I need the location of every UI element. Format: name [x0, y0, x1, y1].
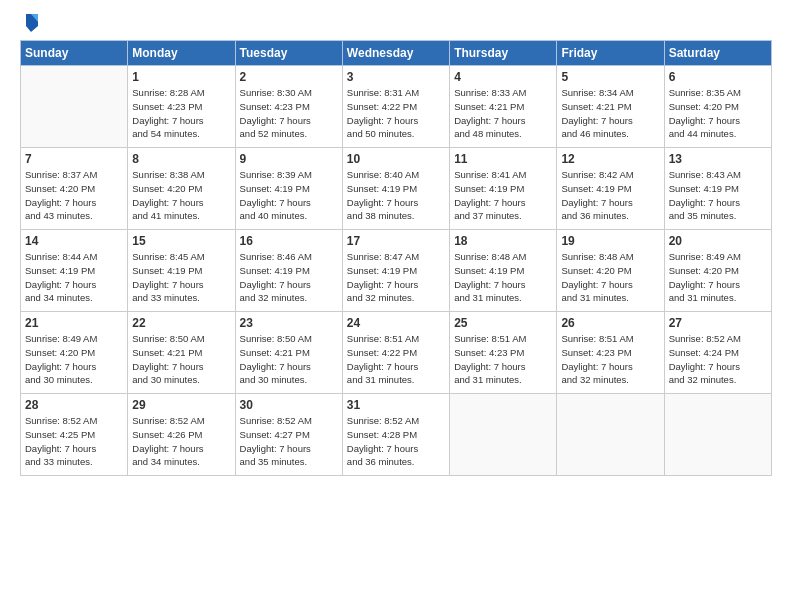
day-number: 10 — [347, 152, 445, 166]
day-number: 31 — [347, 398, 445, 412]
weekday-tuesday: Tuesday — [235, 41, 342, 66]
calendar-cell: 20Sunrise: 8:49 AMSunset: 4:20 PMDayligh… — [664, 230, 771, 312]
day-number: 11 — [454, 152, 552, 166]
cell-info: Sunrise: 8:50 AMSunset: 4:21 PMDaylight:… — [240, 332, 338, 387]
day-number: 2 — [240, 70, 338, 84]
calendar-week-3: 14Sunrise: 8:44 AMSunset: 4:19 PMDayligh… — [21, 230, 772, 312]
calendar-table: SundayMondayTuesdayWednesdayThursdayFrid… — [20, 40, 772, 476]
day-number: 4 — [454, 70, 552, 84]
calendar-cell — [664, 394, 771, 476]
calendar-cell: 24Sunrise: 8:51 AMSunset: 4:22 PMDayligh… — [342, 312, 449, 394]
calendar-cell: 28Sunrise: 8:52 AMSunset: 4:25 PMDayligh… — [21, 394, 128, 476]
cell-info: Sunrise: 8:51 AMSunset: 4:22 PMDaylight:… — [347, 332, 445, 387]
cell-info: Sunrise: 8:43 AMSunset: 4:19 PMDaylight:… — [669, 168, 767, 223]
calendar-cell: 18Sunrise: 8:48 AMSunset: 4:19 PMDayligh… — [450, 230, 557, 312]
cell-info: Sunrise: 8:39 AMSunset: 4:19 PMDaylight:… — [240, 168, 338, 223]
calendar-cell: 1Sunrise: 8:28 AMSunset: 4:23 PMDaylight… — [128, 66, 235, 148]
calendar-cell: 3Sunrise: 8:31 AMSunset: 4:22 PMDaylight… — [342, 66, 449, 148]
day-number: 14 — [25, 234, 123, 248]
day-number: 28 — [25, 398, 123, 412]
weekday-sunday: Sunday — [21, 41, 128, 66]
calendar-cell: 12Sunrise: 8:42 AMSunset: 4:19 PMDayligh… — [557, 148, 664, 230]
calendar-cell: 6Sunrise: 8:35 AMSunset: 4:20 PMDaylight… — [664, 66, 771, 148]
calendar-cell: 2Sunrise: 8:30 AMSunset: 4:23 PMDaylight… — [235, 66, 342, 148]
cell-info: Sunrise: 8:52 AMSunset: 4:25 PMDaylight:… — [25, 414, 123, 469]
calendar-cell — [557, 394, 664, 476]
calendar-week-2: 7Sunrise: 8:37 AMSunset: 4:20 PMDaylight… — [21, 148, 772, 230]
calendar-cell: 29Sunrise: 8:52 AMSunset: 4:26 PMDayligh… — [128, 394, 235, 476]
cell-info: Sunrise: 8:51 AMSunset: 4:23 PMDaylight:… — [454, 332, 552, 387]
logo — [20, 16, 40, 34]
day-number: 15 — [132, 234, 230, 248]
cell-info: Sunrise: 8:49 AMSunset: 4:20 PMDaylight:… — [25, 332, 123, 387]
header — [20, 16, 772, 34]
weekday-saturday: Saturday — [664, 41, 771, 66]
calendar-cell: 22Sunrise: 8:50 AMSunset: 4:21 PMDayligh… — [128, 312, 235, 394]
cell-info: Sunrise: 8:52 AMSunset: 4:28 PMDaylight:… — [347, 414, 445, 469]
day-number: 17 — [347, 234, 445, 248]
day-number: 5 — [561, 70, 659, 84]
calendar-cell: 4Sunrise: 8:33 AMSunset: 4:21 PMDaylight… — [450, 66, 557, 148]
cell-info: Sunrise: 8:52 AMSunset: 4:26 PMDaylight:… — [132, 414, 230, 469]
cell-info: Sunrise: 8:28 AMSunset: 4:23 PMDaylight:… — [132, 86, 230, 141]
day-number: 3 — [347, 70, 445, 84]
day-number: 21 — [25, 316, 123, 330]
calendar-cell: 13Sunrise: 8:43 AMSunset: 4:19 PMDayligh… — [664, 148, 771, 230]
day-number: 23 — [240, 316, 338, 330]
day-number: 13 — [669, 152, 767, 166]
calendar-cell: 10Sunrise: 8:40 AMSunset: 4:19 PMDayligh… — [342, 148, 449, 230]
day-number: 1 — [132, 70, 230, 84]
day-number: 22 — [132, 316, 230, 330]
cell-info: Sunrise: 8:30 AMSunset: 4:23 PMDaylight:… — [240, 86, 338, 141]
calendar-cell: 25Sunrise: 8:51 AMSunset: 4:23 PMDayligh… — [450, 312, 557, 394]
cell-info: Sunrise: 8:48 AMSunset: 4:19 PMDaylight:… — [454, 250, 552, 305]
calendar-cell: 16Sunrise: 8:46 AMSunset: 4:19 PMDayligh… — [235, 230, 342, 312]
cell-info: Sunrise: 8:52 AMSunset: 4:24 PMDaylight:… — [669, 332, 767, 387]
cell-info: Sunrise: 8:41 AMSunset: 4:19 PMDaylight:… — [454, 168, 552, 223]
cell-info: Sunrise: 8:46 AMSunset: 4:19 PMDaylight:… — [240, 250, 338, 305]
day-number: 20 — [669, 234, 767, 248]
calendar-week-4: 21Sunrise: 8:49 AMSunset: 4:20 PMDayligh… — [21, 312, 772, 394]
calendar-cell: 19Sunrise: 8:48 AMSunset: 4:20 PMDayligh… — [557, 230, 664, 312]
weekday-wednesday: Wednesday — [342, 41, 449, 66]
cell-info: Sunrise: 8:50 AMSunset: 4:21 PMDaylight:… — [132, 332, 230, 387]
cell-info: Sunrise: 8:37 AMSunset: 4:20 PMDaylight:… — [25, 168, 123, 223]
day-number: 12 — [561, 152, 659, 166]
weekday-header-row: SundayMondayTuesdayWednesdayThursdayFrid… — [21, 41, 772, 66]
calendar-cell: 26Sunrise: 8:51 AMSunset: 4:23 PMDayligh… — [557, 312, 664, 394]
day-number: 26 — [561, 316, 659, 330]
cell-info: Sunrise: 8:33 AMSunset: 4:21 PMDaylight:… — [454, 86, 552, 141]
day-number: 24 — [347, 316, 445, 330]
cell-info: Sunrise: 8:34 AMSunset: 4:21 PMDaylight:… — [561, 86, 659, 141]
day-number: 9 — [240, 152, 338, 166]
calendar-cell: 5Sunrise: 8:34 AMSunset: 4:21 PMDaylight… — [557, 66, 664, 148]
cell-info: Sunrise: 8:44 AMSunset: 4:19 PMDaylight:… — [25, 250, 123, 305]
cell-info: Sunrise: 8:38 AMSunset: 4:20 PMDaylight:… — [132, 168, 230, 223]
cell-info: Sunrise: 8:45 AMSunset: 4:19 PMDaylight:… — [132, 250, 230, 305]
day-number: 19 — [561, 234, 659, 248]
weekday-monday: Monday — [128, 41, 235, 66]
cell-info: Sunrise: 8:51 AMSunset: 4:23 PMDaylight:… — [561, 332, 659, 387]
day-number: 30 — [240, 398, 338, 412]
weekday-thursday: Thursday — [450, 41, 557, 66]
day-number: 18 — [454, 234, 552, 248]
logo-icon — [22, 12, 40, 34]
day-number: 6 — [669, 70, 767, 84]
calendar-cell: 23Sunrise: 8:50 AMSunset: 4:21 PMDayligh… — [235, 312, 342, 394]
day-number: 25 — [454, 316, 552, 330]
day-number: 16 — [240, 234, 338, 248]
calendar-cell: 27Sunrise: 8:52 AMSunset: 4:24 PMDayligh… — [664, 312, 771, 394]
calendar-cell: 8Sunrise: 8:38 AMSunset: 4:20 PMDaylight… — [128, 148, 235, 230]
calendar-cell — [450, 394, 557, 476]
weekday-friday: Friday — [557, 41, 664, 66]
cell-info: Sunrise: 8:31 AMSunset: 4:22 PMDaylight:… — [347, 86, 445, 141]
cell-info: Sunrise: 8:48 AMSunset: 4:20 PMDaylight:… — [561, 250, 659, 305]
cell-info: Sunrise: 8:49 AMSunset: 4:20 PMDaylight:… — [669, 250, 767, 305]
cell-info: Sunrise: 8:42 AMSunset: 4:19 PMDaylight:… — [561, 168, 659, 223]
cell-info: Sunrise: 8:52 AMSunset: 4:27 PMDaylight:… — [240, 414, 338, 469]
day-number: 7 — [25, 152, 123, 166]
calendar-week-1: 1Sunrise: 8:28 AMSunset: 4:23 PMDaylight… — [21, 66, 772, 148]
calendar-cell: 31Sunrise: 8:52 AMSunset: 4:28 PMDayligh… — [342, 394, 449, 476]
day-number: 29 — [132, 398, 230, 412]
page: SundayMondayTuesdayWednesdayThursdayFrid… — [0, 0, 792, 612]
